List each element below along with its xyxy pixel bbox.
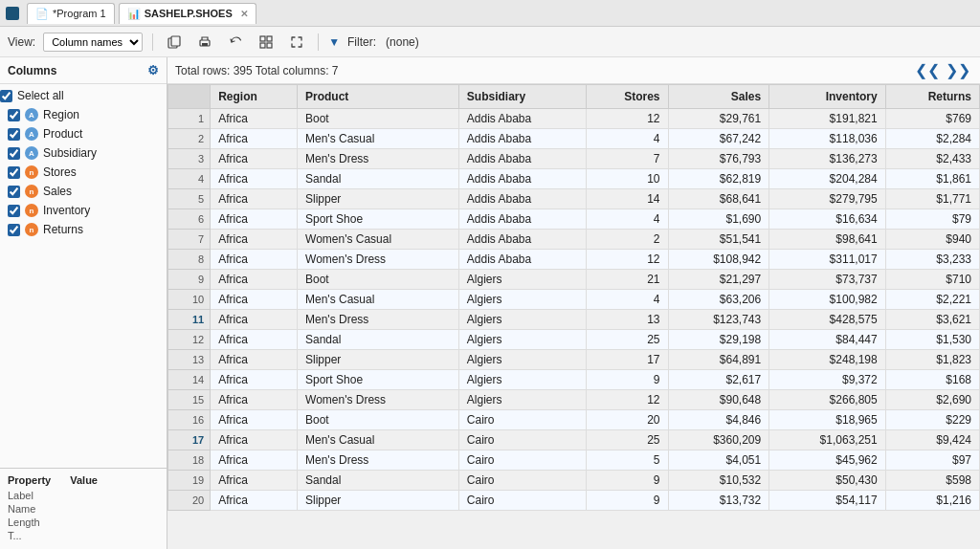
col-header-product[interactable]: Product bbox=[298, 85, 459, 109]
col-item-subsidiary[interactable]: A Subsidiary bbox=[0, 143, 167, 163]
columns-header-label: Columns bbox=[8, 64, 56, 77]
col-checkbox-select-all[interactable] bbox=[0, 90, 12, 102]
cell-stores: 7 bbox=[586, 149, 668, 169]
filter-icon: ▼ bbox=[328, 35, 340, 49]
col-checkbox-subsidiary[interactable] bbox=[8, 147, 20, 160]
cell-subsidiary: Algiers bbox=[458, 290, 586, 310]
data-table-wrapper[interactable]: Region Product Subsidiary Stores Sales I… bbox=[167, 84, 980, 549]
cell-product: Boot bbox=[298, 109, 459, 129]
table-row[interactable]: 4 Africa Sandal Addis Ababa 10 $62,819 $… bbox=[168, 169, 980, 189]
tab-program1-icon: 📄 bbox=[35, 8, 49, 20]
expand-button[interactable] bbox=[285, 33, 308, 52]
col-item-inventory[interactable]: n Inventory bbox=[0, 201, 167, 220]
cell-returns: $769 bbox=[885, 109, 979, 129]
cell-region: Africa bbox=[211, 109, 298, 129]
table-row[interactable]: 18 Africa Men's Dress Cairo 5 $4,051 $45… bbox=[168, 450, 980, 471]
cell-region: Africa bbox=[211, 450, 298, 471]
col-checkbox-region[interactable] bbox=[8, 109, 20, 121]
cell-inventory: $428,575 bbox=[769, 310, 885, 330]
table-row[interactable]: 7 Africa Women's Casual Addis Ababa 2 $5… bbox=[168, 230, 980, 250]
cell-returns: $940 bbox=[885, 230, 979, 250]
table-row[interactable]: 9 Africa Boot Algiers 21 $21,297 $73,737… bbox=[168, 270, 980, 290]
col-item-select-all[interactable]: Select all bbox=[0, 86, 167, 105]
cell-region: Africa bbox=[211, 350, 298, 370]
cell-subsidiary: Cairo bbox=[458, 471, 586, 491]
table-row[interactable]: 2 Africa Men's Casual Addis Ababa 4 $67,… bbox=[168, 129, 980, 149]
view-toggle-button[interactable] bbox=[255, 33, 278, 52]
col-item-product[interactable]: A Product bbox=[0, 124, 167, 143]
table-row[interactable]: 1 Africa Boot Addis Ababa 12 $29,761 $19… bbox=[168, 109, 980, 129]
cell-stores: 20 bbox=[586, 410, 668, 430]
table-row[interactable]: 15 Africa Women's Dress Algiers 12 $90,6… bbox=[168, 390, 980, 410]
table-row[interactable]: 6 Africa Sport Shoe Addis Ababa 4 $1,690… bbox=[168, 209, 980, 230]
tab-program1[interactable]: 📄 *Program 1 bbox=[27, 3, 115, 24]
nav-next-button[interactable]: ❯❯ bbox=[944, 61, 972, 79]
cell-product: Slipper bbox=[298, 491, 459, 511]
cell-sales: $64,891 bbox=[668, 350, 769, 370]
col-checkbox-inventory[interactable] bbox=[8, 205, 20, 217]
columns-settings-icon[interactable]: ⚙ bbox=[147, 63, 159, 77]
cell-returns: $168 bbox=[885, 370, 979, 390]
cell-sales: $108,942 bbox=[668, 250, 769, 270]
col-label-stores: Stores bbox=[43, 165, 77, 179]
col-checkbox-product[interactable] bbox=[8, 128, 20, 141]
cell-product: Sandal bbox=[298, 330, 459, 350]
nav-prev-button[interactable]: ❮❮ bbox=[913, 61, 942, 79]
print-button[interactable] bbox=[193, 33, 216, 52]
col-checkbox-sales[interactable] bbox=[8, 186, 20, 198]
cell-region: Africa bbox=[211, 410, 298, 430]
table-row[interactable]: 19 Africa Sandal Cairo 9 $10,532 $50,430… bbox=[168, 471, 980, 491]
cell-sales: $62,819 bbox=[668, 169, 769, 189]
cell-stores: 10 bbox=[586, 169, 668, 189]
table-row[interactable]: 14 Africa Sport Shoe Algiers 9 $2,617 $9… bbox=[168, 370, 980, 390]
table-row[interactable]: 17 Africa Men's Casual Cairo 25 $360,209… bbox=[168, 430, 980, 450]
undo-button[interactable] bbox=[224, 33, 247, 52]
cell-sales: $63,206 bbox=[668, 290, 769, 310]
col-item-returns[interactable]: n Returns bbox=[0, 220, 167, 239]
col-item-region[interactable]: A Region bbox=[0, 105, 167, 124]
table-row[interactable]: 10 Africa Men's Casual Algiers 4 $63,206… bbox=[168, 290, 980, 310]
view-label: View: bbox=[8, 35, 35, 49]
table-row[interactable]: 13 Africa Slipper Algiers 17 $64,891 $24… bbox=[168, 350, 980, 370]
col-label-product: Product bbox=[43, 127, 82, 141]
cell-subsidiary: Addis Ababa bbox=[458, 250, 586, 270]
col-item-sales[interactable]: n Sales bbox=[0, 182, 167, 201]
table-row[interactable]: 8 Africa Women's Dress Addis Ababa 12 $1… bbox=[168, 250, 980, 270]
toolbar-sep-2 bbox=[318, 33, 319, 51]
table-header: Region Product Subsidiary Stores Sales I… bbox=[168, 85, 980, 109]
table-row[interactable]: 20 Africa Slipper Cairo 9 $13,732 $54,11… bbox=[168, 491, 980, 511]
col-item-stores[interactable]: n Stores bbox=[0, 163, 167, 182]
table-row[interactable]: 5 Africa Slipper Addis Ababa 14 $68,641 … bbox=[168, 189, 980, 209]
col-header-returns[interactable]: Returns bbox=[885, 85, 979, 109]
table-row[interactable]: 12 Africa Sandal Algiers 25 $29,198 $84,… bbox=[168, 330, 980, 350]
col-checkbox-stores[interactable] bbox=[8, 166, 20, 179]
col-checkbox-returns[interactable] bbox=[8, 224, 20, 236]
table-row[interactable]: 11 Africa Men's Dress Algiers 13 $123,74… bbox=[168, 310, 980, 330]
tab-sashelp-close[interactable]: ✕ bbox=[240, 9, 248, 19]
col-type-icon-product: A bbox=[25, 127, 38, 141]
table-row[interactable]: 16 Africa Boot Cairo 20 $4,846 $18,965 $… bbox=[168, 410, 980, 430]
left-panel: Columns ⚙ Select all A Region A Product bbox=[0, 57, 167, 549]
view-select[interactable]: Column names Column labels bbox=[43, 33, 143, 52]
col-header-stores[interactable]: Stores bbox=[586, 85, 668, 109]
cell-sales: $29,761 bbox=[668, 109, 769, 129]
cell-region: Africa bbox=[211, 209, 298, 230]
cell-inventory: $100,982 bbox=[769, 290, 885, 310]
cell-product: Men's Dress bbox=[298, 310, 459, 330]
cell-rownum: 6 bbox=[168, 209, 211, 230]
cell-region: Africa bbox=[211, 330, 298, 350]
cell-subsidiary: Algiers bbox=[458, 270, 586, 290]
col-header-region[interactable]: Region bbox=[211, 85, 298, 109]
cell-inventory: $18,965 bbox=[769, 410, 885, 430]
svg-rect-4 bbox=[260, 36, 265, 41]
col-header-sales[interactable]: Sales bbox=[668, 85, 769, 109]
title-bar: 📄 *Program 1 📊 SASHELP.SHOES ✕ bbox=[0, 0, 980, 27]
cell-region: Africa bbox=[211, 129, 298, 149]
properties-panel: Property Value Label Name Length T... bbox=[0, 468, 167, 549]
cell-inventory: $311,017 bbox=[769, 250, 885, 270]
col-header-inventory[interactable]: Inventory bbox=[769, 85, 885, 109]
copy-button[interactable] bbox=[163, 33, 186, 52]
tab-sashelp[interactable]: 📊 SASHELP.SHOES ✕ bbox=[119, 3, 256, 24]
table-row[interactable]: 3 Africa Men's Dress Addis Ababa 7 $76,7… bbox=[168, 149, 980, 169]
col-header-subsidiary[interactable]: Subsidiary bbox=[458, 85, 586, 109]
